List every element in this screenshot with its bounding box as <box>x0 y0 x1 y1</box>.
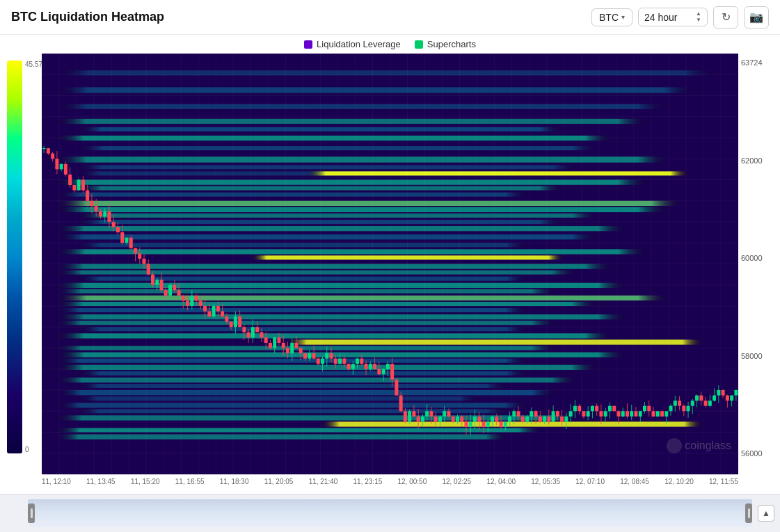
chart-wrapper: 45.57M 0 coinglass 63724 62000 60000 580… <box>0 54 780 494</box>
time-label: 24 hour <box>644 12 677 23</box>
price-label-62000: 62000 <box>741 157 763 165</box>
y-axis-right: 63724 62000 60000 58000 56000 <box>738 54 780 474</box>
chart-row: 45.57M 0 coinglass 63724 62000 60000 580… <box>0 54 780 474</box>
camera-icon: 📷 <box>749 10 763 24</box>
legend-item-2: Supercharts <box>415 39 476 49</box>
legend-item-1: Liquidation Leverage <box>304 39 401 49</box>
refresh-icon: ↻ <box>722 10 731 24</box>
main-chart: coinglass <box>42 54 738 474</box>
x-label-15: 12, 11:55 <box>709 478 738 485</box>
legend-label-1: Liquidation Leverage <box>317 39 401 49</box>
watermark: coinglass <box>667 438 731 453</box>
minimap <box>28 499 752 527</box>
x-label-10: 12, 04:00 <box>486 478 516 485</box>
refresh-button[interactable]: ↻ <box>713 6 738 29</box>
asset-dropdown-arrow: ▾ <box>621 13 625 21</box>
x-label-0: 11, 12:10 <box>42 478 71 485</box>
price-label-56000: 56000 <box>741 450 763 458</box>
page-title: BTC Liquidation Heatmap <box>11 10 164 24</box>
time-arrows: ▲ ▼ <box>696 11 701 23</box>
watermark-coin-icon <box>667 438 682 453</box>
x-label-9: 12, 02:25 <box>442 478 471 485</box>
x-label-7: 11, 23:15 <box>353 478 383 485</box>
legend-color-1 <box>304 40 312 49</box>
x-axis-spacer-left <box>0 474 42 494</box>
watermark-text: coinglass <box>685 440 731 452</box>
camera-button[interactable]: 📷 <box>744 6 769 29</box>
up-arrow-icon: ▲ <box>696 11 701 17</box>
bottom-panel: ▲ <box>0 494 780 532</box>
x-label-13: 12, 08:45 <box>620 478 649 485</box>
price-label-63724: 63724 <box>741 59 763 67</box>
minimap-handle-left[interactable] <box>28 503 35 523</box>
down-arrow-icon: ▼ <box>696 17 701 23</box>
x-label-4: 11, 18:30 <box>220 478 249 485</box>
x-axis-spacer-right <box>738 474 780 494</box>
x-axis-row: 11, 12:1011, 13:4511, 15:2011, 16:5511, … <box>0 474 780 494</box>
price-label-58000: 58000 <box>741 353 763 360</box>
x-axis-labels: 11, 12:1011, 13:4511, 15:2011, 16:5511, … <box>42 474 738 494</box>
x-label-2: 11, 15:20 <box>131 478 160 485</box>
x-label-3: 11, 16:55 <box>175 478 205 485</box>
x-label-1: 11, 13:45 <box>86 478 116 485</box>
app-container: BTC Liquidation Heatmap BTC ▾ 24 hour ▲ … <box>0 0 780 532</box>
time-dropdown[interactable]: 24 hour ▲ ▼ <box>638 8 708 26</box>
minimap-background <box>28 499 752 527</box>
x-label-6: 11, 21:40 <box>309 478 338 485</box>
y-axis-left: 45.57M 0 <box>0 54 42 474</box>
asset-dropdown[interactable]: BTC ▾ <box>591 8 632 26</box>
price-label-60000: 60000 <box>741 255 763 262</box>
header: BTC Liquidation Heatmap BTC ▾ 24 hour ▲ … <box>0 0 780 35</box>
legend-label-2: Supercharts <box>427 39 476 49</box>
x-label-8: 12, 00:50 <box>398 478 427 485</box>
color-bar <box>7 61 22 453</box>
x-label-14: 12, 10:20 <box>664 478 694 485</box>
minimap-handle-right[interactable] <box>745 503 752 523</box>
legend: Liquidation Leverage Supercharts <box>0 35 780 54</box>
x-label-12: 12, 07:10 <box>575 478 605 485</box>
asset-label: BTC <box>599 12 619 23</box>
handle-right-inner <box>748 508 750 518</box>
collapse-button[interactable]: ▲ <box>758 505 774 522</box>
heatmap-canvas <box>42 54 738 474</box>
legend-color-2 <box>415 40 423 49</box>
header-controls: BTC ▾ 24 hour ▲ ▼ ↻ 📷 <box>591 6 769 29</box>
x-label-5: 11, 20:05 <box>264 478 294 485</box>
collapse-icon: ▲ <box>762 508 770 518</box>
handle-left-inner <box>31 508 33 518</box>
x-label-11: 12, 05:35 <box>531 478 560 485</box>
